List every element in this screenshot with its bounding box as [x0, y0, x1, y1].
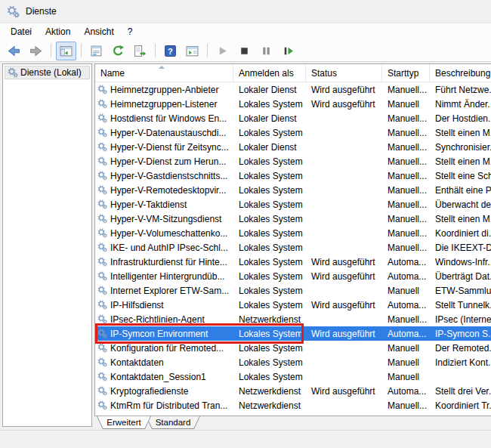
service-logon: Lokales System — [233, 185, 306, 196]
service-row[interactable]: Hyper-V-Dienst für Zeitsync... Lokaler D… — [95, 140, 491, 154]
service-row[interactable]: Hyper-V-Dienst zum Herun... Lokales Syst… — [95, 154, 491, 168]
service-row-selected[interactable]: IP-Symcon Environment Lokales System Wir… — [95, 326, 491, 341]
export-list-button[interactable] — [130, 42, 150, 60]
menu-item-aktion[interactable]: Aktion — [39, 24, 77, 39]
service-row[interactable]: Hyper-V-Volumeschattenko... Lokales Syst… — [95, 226, 491, 240]
service-description: IP-Symcon S... — [430, 329, 491, 339]
menu-item-datei[interactable]: Datei — [4, 24, 39, 39]
service-logon: Lokales System — [233, 128, 306, 138]
service-starttype: Manuell... — [382, 400, 430, 411]
service-logon: Netzwerkdienst — [233, 386, 306, 397]
gear-icon — [97, 156, 107, 166]
services-list-pane: NameAnmelden alsStatusStarttypBeschreibu… — [94, 63, 491, 431]
services-table: NameAnmelden alsStatusStarttypBeschreibu… — [94, 63, 491, 416]
service-starttype: Manuell — [382, 286, 430, 296]
toolbar-separator — [81, 44, 82, 57]
service-description: Enthält eine P... — [430, 185, 491, 196]
service-starttype: Manuell... — [382, 243, 430, 253]
tree-item-dienste-lokal[interactable]: Dienste (Lokal) — [5, 66, 90, 79]
service-logon: Lokales System — [233, 171, 306, 181]
service-logon: Lokaler Dienst — [233, 113, 306, 124]
properties-button[interactable] — [86, 42, 107, 60]
menu-item-ansicht[interactable]: Ansicht — [77, 24, 120, 39]
service-starttype: Manuell... — [382, 171, 430, 181]
service-row[interactable]: Konfiguration für Remoted... Lokales Sys… — [95, 341, 491, 355]
stop-service-button[interactable] — [234, 42, 255, 60]
service-row[interactable]: Hyper-V-Remotedesktopvir... Lokales Syst… — [95, 183, 491, 197]
gear-icon — [97, 228, 107, 238]
service-row[interactable]: Hyper-V-Datenaustauschdi... Lokales Syst… — [95, 125, 491, 140]
sort-ascending-icon — [159, 66, 165, 69]
service-row[interactable]: Kontaktdaten Lokales System Manuell Indi… — [95, 355, 491, 369]
service-name: Kontaktdaten — [110, 357, 164, 368]
service-row[interactable]: Hyper-V-VM-Sitzungsdienst Lokales System… — [95, 212, 491, 226]
gear-icon — [97, 113, 107, 123]
service-name: Hyper-V-Gastdienstschnitts... — [110, 171, 227, 181]
service-row[interactable]: Heimnetzgruppen-Listener Lokales System … — [95, 97, 491, 111]
service-name: Konfiguration für Remoted... — [110, 343, 224, 354]
service-logon: Lokaler Dienst — [233, 142, 306, 153]
services-window: Dienste DateiAktionAnsicht? ? Dienste (L… — [0, 0, 491, 448]
service-description: Der Remoted... — [430, 343, 491, 354]
help-icon: ? — [164, 45, 177, 57]
service-row[interactable]: Kryptografiedienste Netzwerkdienst Wird … — [95, 384, 491, 398]
service-logon: Lokaler Dienst — [233, 85, 306, 95]
gear-icon — [97, 99, 107, 109]
service-starttype: Manuell — [382, 343, 430, 354]
service-row[interactable]: IPsec-Richtlinien-Agent Netzwerkdienst M… — [95, 312, 491, 326]
column-header-status[interactable]: Status — [306, 64, 382, 82]
start-service-button[interactable] — [212, 42, 233, 60]
service-logon: Lokales System — [233, 300, 306, 311]
show-action-pane-button[interactable] — [182, 42, 202, 60]
service-name: Heimnetzgruppen-Anbieter — [110, 85, 218, 95]
service-starttype: Manuell... — [382, 199, 430, 210]
refresh-button[interactable] — [108, 42, 128, 60]
service-row[interactable]: Internet Explorer ETW-Sam... Lokales Sys… — [95, 283, 491, 298]
service-row[interactable]: Hyper-V-Taktdienst Lokales System Manuel… — [95, 197, 491, 212]
show-console-tree-button[interactable] — [56, 42, 76, 60]
service-name: IP-Symcon Environment — [110, 329, 208, 339]
service-logon: Netzwerkdienst — [233, 314, 306, 325]
pause-service-button[interactable] — [256, 42, 276, 60]
menu-item-help[interactable]: ? — [121, 24, 140, 39]
service-name: Internet Explorer ETW-Sam... — [110, 286, 229, 296]
service-row[interactable]: IKE- und AuthIP IPsec-Schl... Lokales Sy… — [95, 240, 491, 255]
service-starttype: Manuell... — [382, 185, 430, 196]
service-description: Stellt drei Ver... — [430, 386, 491, 397]
column-header-starttyp[interactable]: Starttyp — [382, 64, 430, 82]
service-row[interactable]: KtmRm für Distributed Tran... Netzwerkdi… — [95, 398, 491, 412]
service-description: Nimmt Änder... — [430, 99, 491, 110]
help-button[interactable]: ? — [160, 42, 181, 60]
column-header-anmelden-als[interactable]: Anmelden als — [233, 64, 306, 82]
service-row[interactable]: Intelligenter Hintergrundüb... Lokales S… — [95, 269, 491, 283]
service-row[interactable]: Hostdienst für Windows En... Lokaler Die… — [95, 111, 491, 125]
forward-icon — [29, 45, 42, 57]
column-header-beschreibung[interactable]: Beschreibung — [430, 64, 491, 82]
service-row[interactable]: Kontaktdaten_Session1 Lokales System Man… — [95, 369, 491, 384]
restart-service-button[interactable] — [278, 42, 298, 60]
service-row[interactable]: IP-Hilfsdienst Lokales System Wird ausge… — [95, 298, 491, 312]
service-logon: Lokales System — [233, 343, 306, 354]
service-name: IPsec-Richtlinien-Agent — [110, 314, 205, 325]
export-list-icon — [134, 45, 147, 57]
tab-erweitert[interactable]: Erweitert — [97, 416, 151, 429]
tab-standard[interactable]: Standard — [146, 416, 200, 429]
service-logon: Lokales System — [233, 357, 306, 368]
title-bar: Dienste — [0, 0, 491, 23]
service-status: Wird ausgeführt — [306, 386, 382, 397]
service-status: Wird ausgeführt — [306, 271, 382, 282]
forward-button[interactable] — [26, 42, 46, 60]
service-description: Überwacht de... — [430, 199, 491, 210]
menu-bar: DateiAktionAnsicht? — [0, 23, 491, 40]
window-title: Dienste — [26, 6, 57, 17]
service-starttype: Manuell... — [382, 156, 430, 167]
service-description: Stellt einen M... — [430, 214, 491, 224]
service-starttype: Automa... — [382, 257, 430, 267]
service-row[interactable]: Heimnetzgruppen-Anbieter Lokaler Dienst … — [95, 82, 491, 97]
service-starttype: Automa... — [382, 386, 430, 397]
service-row[interactable]: Hyper-V-Gastdienstschnitts... Lokales Sy… — [95, 168, 491, 183]
service-row[interactable]: Infrastrukturdienst für Hinte... Lokales… — [95, 255, 491, 269]
service-status: Wird ausgeführt — [306, 99, 382, 110]
gear-icon — [97, 300, 107, 310]
back-button[interactable] — [4, 42, 24, 60]
